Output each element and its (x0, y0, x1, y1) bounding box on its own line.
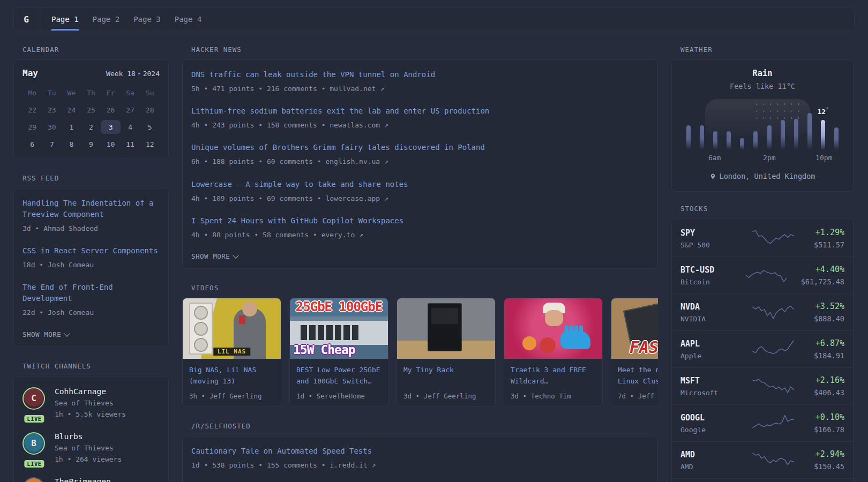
separator-dot: • (137, 70, 141, 78)
video-card[interactable]: LIL NAS Big NAS, Lil NAS(moving 13) 3h •… (182, 298, 281, 407)
twitch-avatar-wrap: B LIVE (23, 432, 46, 463)
video-thumbnail[interactable]: FAS (611, 298, 658, 359)
video-thumbnail[interactable] (504, 298, 602, 359)
video-thumbnail[interactable]: 25GbE 100GbE 15W Cheap (290, 298, 388, 359)
video-card[interactable]: My Tiny Rack 3d • Jeff Geerling (396, 298, 496, 407)
stock-sparkline (752, 450, 794, 470)
stock-row[interactable]: RDDT -1.65% (672, 478, 853, 482)
weather-feels-like: Feels like 11°C (680, 82, 844, 91)
hn-item-link[interactable]: Unique volumes of Brothers Grimm fairy t… (191, 142, 649, 153)
twitch-channel-name[interactable]: CohhCarnage (55, 387, 126, 396)
twitch-channel-name[interactable]: ThePrimeagen (55, 477, 111, 482)
rss-item-link[interactable]: Handling The Indentation of a Treeview C… (23, 198, 160, 220)
hackernews-section: HACKER NEWS DNS traffic can leak outside… (182, 46, 658, 269)
stock-price: $166.78 (814, 425, 844, 434)
rss-header: RSS FEED (23, 174, 169, 182)
videos-header: VIDEOS (191, 284, 658, 292)
video-title[interactable]: Traefik 3 and FREEWildcard… (511, 364, 596, 387)
stock-row[interactable]: MSFT Microsoft +2.16% $406.43 (672, 367, 853, 404)
calendar-day: 1 (62, 120, 81, 134)
app-logo: G (14, 8, 39, 31)
video-thumbnail[interactable]: LIL NAS (183, 298, 281, 359)
stock-row[interactable]: BTC-USD Bitcoin +4.40% $61,725.48 (672, 257, 853, 293)
weather-bar (749, 102, 762, 149)
stock-name: Apple (680, 352, 732, 360)
stock-row[interactable]: SPY S&P 500 +1.29% $511.57 (672, 220, 853, 257)
hn-item-link[interactable]: Lowercase – A simple way to take and sha… (191, 179, 649, 190)
rss-item-link[interactable]: CSS in React Server Components (23, 245, 160, 257)
weather-bar (708, 102, 722, 149)
calendar-day: 27 (121, 103, 140, 117)
avatar: P (23, 477, 45, 482)
hn-item: Lithium-free sodium batteries exit the l… (191, 106, 649, 130)
weather-bar (736, 102, 749, 149)
weekday-label: Su (140, 86, 160, 100)
twitch-channel-row[interactable]: B LIVE Blurbs Sea of Thieves 1h • 264 vi… (23, 432, 160, 463)
twitch-avatar-wrap: C LIVE (23, 387, 46, 418)
stock-symbol: MSFT (680, 376, 732, 386)
hn-item-link[interactable]: I Spent 24 Hours with GitHub Copilot Wor… (191, 215, 649, 227)
thumbnail-text: LIL NAS (213, 348, 250, 356)
stock-price: $406.43 (814, 388, 844, 397)
rss-section: RSS FEED Handling The Indentation of a T… (13, 174, 169, 347)
rss-item: CSS in React Server Components 18d • Jos… (23, 245, 160, 270)
twitch-channel-row[interactable]: P ThePrimeagen (23, 477, 160, 482)
tab-page-2[interactable]: Page 2 (86, 8, 127, 31)
weather-axis: 6am 2pm 10pm (680, 154, 844, 162)
video-title[interactable]: BEST Low Power 25GbEand 100GbE Switch… (296, 364, 381, 387)
video-title[interactable]: My Tiny Rack (403, 364, 489, 387)
calendar-day: 9 (81, 137, 101, 151)
rss-show-more-button[interactable]: SHOW MORE (23, 330, 70, 338)
thumbnail-text: 15W Cheap (293, 343, 355, 357)
stock-row[interactable]: AMD AMD +2.94% $150.45 (672, 441, 853, 478)
hn-item-link[interactable]: DNS traffic can leak outside the VPN tun… (191, 69, 649, 80)
twitch-channel-game: Sea of Thieves (55, 399, 126, 407)
twitch-channel-name[interactable]: Blurbs (55, 432, 122, 441)
calendar-day: 5 (140, 120, 160, 134)
twitch-header: TWITCH CHANNELS (23, 362, 169, 370)
stock-symbol: AMD (680, 450, 732, 460)
video-card[interactable]: Traefik 3 and FREEWildcard… 3d • Techno … (504, 298, 603, 407)
hn-show-more-button[interactable]: SHOW MORE (191, 252, 238, 260)
weekday-label: Sa (121, 86, 140, 100)
stock-sparkline (752, 229, 794, 248)
right-column: WEATHER Rain Feels like 11°C 12° 6am 2pm… (671, 46, 854, 482)
tab-page-3[interactable]: Page 3 (126, 8, 168, 31)
video-card[interactable]: 25GbE 100GbE 15W Cheap BEST Low Power 25… (289, 298, 388, 407)
hn-item: DNS traffic can leak outside the VPN tun… (191, 69, 649, 94)
tab-page-1[interactable]: Page 1 (44, 8, 86, 31)
avatar: C (23, 387, 45, 410)
stock-name: Microsoft (680, 389, 732, 397)
show-more-label: SHOW MORE (23, 330, 61, 338)
reddit-item-link[interactable]: Cautionary Tale on Automated Speed Tests (191, 446, 649, 457)
video-thumbnail[interactable] (397, 298, 495, 359)
video-title[interactable]: Big NAS, Lil NAS(moving 13) (189, 364, 274, 387)
calendar-day: 22 (23, 103, 42, 117)
calendar-month: May (23, 68, 38, 78)
video-card[interactable]: FAS Meet the nLinux Clus 7d • Jeff (611, 298, 658, 407)
stock-sparkline (745, 266, 787, 285)
stock-symbol: SPY (680, 228, 732, 238)
hn-item-link[interactable]: Lithium-free sodium batteries exit the l… (191, 106, 649, 117)
hackernews-widget: DNS traffic can leak outside the VPN tun… (182, 59, 658, 269)
page-tabs: Page 1 Page 2 Page 3 Page 4 (39, 8, 208, 31)
stock-symbol: AAPL (680, 339, 732, 349)
reddit-widget: Cautionary Tale on Automated Speed Tests… (182, 436, 658, 482)
calendar-day: 25 (81, 103, 101, 117)
stock-row[interactable]: GOOGL Google +0.10% $166.78 (672, 404, 853, 441)
stock-row[interactable]: NVDA NVIDIA +3.52% $888.40 (672, 293, 853, 330)
weather-bar (722, 102, 736, 149)
hn-item-meta: 4h • 243 points • 158 comments • newatla… (191, 120, 649, 130)
twitch-channel-row[interactable]: C LIVE CohhCarnage Sea of Thieves 1h • 5… (23, 387, 160, 418)
stock-row[interactable]: AAPL Apple +6.87% $184.91 (672, 330, 853, 367)
calendar-day: 28 (140, 103, 160, 117)
rss-item-link[interactable]: The End of Front-End Development (23, 282, 160, 304)
hn-item: Lowercase – A simple way to take and sha… (191, 179, 649, 204)
rss-item: Handling The Indentation of a Treeview C… (23, 198, 160, 234)
weather-bar (803, 102, 817, 149)
tab-page-4[interactable]: Page 4 (168, 8, 209, 31)
live-badge: LIVE (24, 415, 44, 423)
video-title[interactable]: Meet the nLinux Clus (618, 364, 658, 387)
weather-bar (695, 102, 708, 149)
twitch-channel-game: Sea of Thieves (55, 444, 122, 452)
